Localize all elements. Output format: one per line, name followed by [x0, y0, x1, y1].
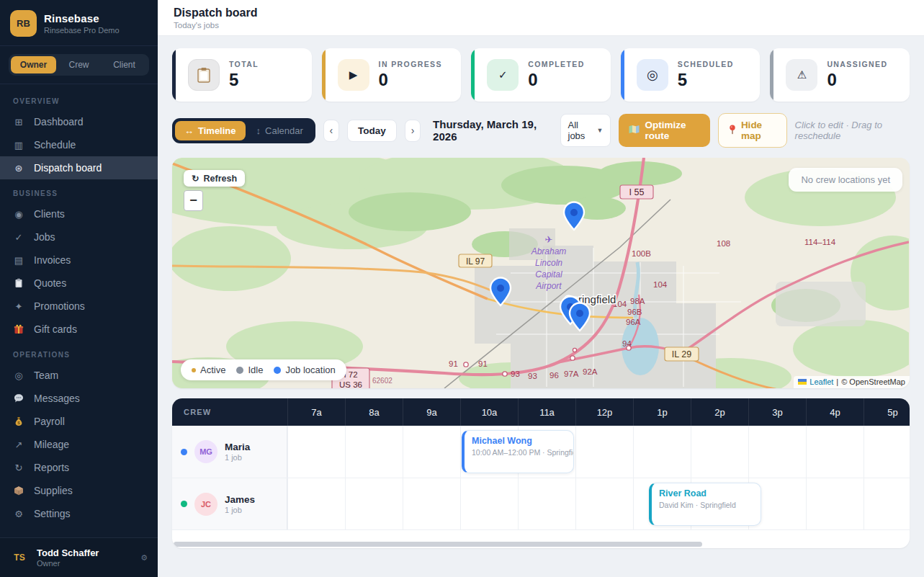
idle-dot-icon: [236, 367, 243, 374]
toolbar: ↔ Timeline ↕ Calendar ‹ Today › Thursday…: [172, 113, 910, 148]
invoice-icon: ▤: [13, 255, 24, 266]
stat-value: 0: [379, 70, 442, 90]
exit-96a: 96A: [626, 318, 641, 326]
nav-label: Dashboard: [34, 116, 84, 128]
hide-map-button[interactable]: Hide map: [718, 113, 787, 148]
hour-header: 1p: [633, 398, 691, 426]
sidebar-item-dashboard[interactable]: ⊞ Dashboard: [0, 110, 158, 133]
button-label: Hide map: [741, 120, 776, 141]
job-card-river-road[interactable]: River Road David Kim · Springfield: [649, 483, 761, 526]
hour-header: 5p: [864, 398, 910, 426]
stat-in-progress: ▶ IN PROGRESS 0: [322, 48, 462, 102]
map-refresh-button[interactable]: ↻ Refresh: [184, 170, 245, 187]
airport-icon: ✈: [545, 234, 553, 245]
stat-unassigned: ⚠ UNASSIGNED 0: [770, 48, 910, 102]
optimize-route-button[interactable]: Optimize route: [619, 114, 709, 147]
today-button[interactable]: Today: [347, 120, 397, 142]
crew-column-header: CREW: [172, 398, 287, 426]
sidebar-item-messages[interactable]: Messages: [0, 387, 158, 410]
nav-label: Invoices: [34, 254, 71, 266]
app-subtitle: Rinsebase Pro Demo: [44, 26, 120, 35]
sidebar-item-reports[interactable]: ↻ Reports: [0, 456, 158, 479]
user-name: Todd Schaffer: [37, 547, 99, 558]
sidebar-item-mileage[interactable]: ↗ Mileage: [0, 433, 158, 456]
status-dot: [181, 501, 187, 507]
leaflet-link[interactable]: Leaflet: [809, 377, 833, 386]
sidebar-item-gift-cards[interactable]: Gift cards: [0, 318, 158, 341]
hour-header: 10a: [460, 398, 518, 426]
sidebar-item-quotes[interactable]: Quotes: [0, 272, 158, 295]
user-footer[interactable]: TS Todd Schaffer Owner ⚙: [0, 537, 158, 577]
slot: [345, 478, 403, 529]
chat-bubble-icon: [13, 393, 24, 403]
gear-icon: ⚙: [13, 509, 24, 519]
sidebar-item-clients[interactable]: ◉ Clients: [0, 202, 158, 225]
next-day-button[interactable]: ›: [405, 120, 421, 142]
job-card-michael-wong[interactable]: Michael Wong 10:00 AM–12:00 PM · Springf…: [462, 430, 574, 473]
exit-96: 96: [550, 371, 559, 380]
gift-icon: [13, 324, 24, 334]
slot: [806, 426, 864, 478]
slot: [806, 478, 864, 529]
nav-label: Payroll: [34, 416, 65, 427]
crew-row-partial: [172, 529, 910, 541]
section-business: BUSINESS: [0, 179, 158, 202]
slot: [287, 530, 345, 541]
slot: [518, 478, 575, 529]
slot: [345, 530, 403, 541]
job-title: River Road: [659, 488, 753, 498]
main-panel: Dispatch board Today's jobs TOTAL 5: [158, 0, 924, 577]
nav-label: Mileage: [34, 439, 69, 450]
brand: RB Rinsebase Rinsebase Pro Demo: [0, 0, 158, 46]
user-settings-gear-icon[interactable]: ⚙: [140, 553, 148, 563]
role-crew[interactable]: Crew: [56, 56, 102, 73]
prev-day-button[interactable]: ‹: [323, 120, 339, 142]
map-zoom-out-button[interactable]: −: [184, 190, 203, 211]
legend-label: Active: [200, 364, 225, 375]
stat-label: COMPLETED: [528, 60, 585, 68]
zip-label: 62602: [372, 377, 393, 385]
legend-job-location: Job location: [274, 364, 335, 375]
exit-92a: 92A: [583, 367, 598, 376]
arrow-up-right-icon: ↗: [13, 439, 24, 450]
sidebar-item-dispatch-board[interactable]: ⊛ Dispatch board: [0, 156, 158, 179]
exit-100b: 100B: [632, 249, 651, 258]
sidebar-item-payroll[interactable]: $ Payroll: [0, 410, 158, 433]
tab-timeline[interactable]: ↔ Timeline: [175, 121, 246, 140]
exit-91a: 91: [449, 359, 458, 368]
sidebar-item-jobs[interactable]: ✓ Jobs: [0, 225, 158, 249]
sidebar-item-supplies[interactable]: Supplies: [0, 479, 158, 502]
map-attribution: Leaflet | © OpenStreetMap: [794, 376, 910, 388]
app-logo: RB: [10, 10, 37, 37]
job-filter-select[interactable]: All jobs ▼: [560, 114, 611, 147]
sidebar-item-schedule[interactable]: ▥ Schedule: [0, 133, 158, 156]
stat-accent-stripe: [172, 48, 176, 102]
exit-94: 94: [622, 339, 632, 348]
exit-93a: 93: [511, 370, 520, 378]
osm-link[interactable]: © OpenStreetMap: [841, 377, 905, 386]
refresh-icon: ↻: [13, 462, 24, 473]
role-client[interactable]: Client: [102, 56, 147, 73]
nav-label: Dispatch board: [34, 162, 102, 174]
sidebar-item-invoices[interactable]: ▤ Invoices: [0, 249, 158, 272]
crew-job-count: 1 job: [225, 506, 255, 514]
scrollbar-thumb[interactable]: [174, 542, 702, 547]
sidebar-item-team[interactable]: ◎ Team: [0, 364, 158, 387]
sidebar-item-settings[interactable]: ⚙ Settings: [0, 502, 158, 525]
tab-calendar[interactable]: ↕ Calendar: [247, 121, 313, 140]
exit-91b: 91: [478, 359, 488, 368]
pin-icon: [729, 125, 736, 137]
status-dot: [181, 449, 187, 455]
role-owner[interactable]: Owner: [11, 56, 56, 73]
grid-icon: ⊞: [13, 117, 24, 128]
timeline-header: CREW 7a 8a 9a 10a 11a 12p 1p 2p 3p 4p 5p: [172, 398, 910, 426]
slot: [518, 530, 575, 541]
slot: [633, 530, 691, 541]
map-tiles: I 55 IL 97 IL 29 I 72 US 36 100B 108 114: [172, 158, 909, 388]
page-subtitle: Today's jobs: [174, 21, 908, 30]
crew-name: Maria: [225, 442, 250, 452]
sidebar-item-promotions[interactable]: ✦ Promotions: [0, 295, 158, 318]
job-dot-icon: [274, 367, 281, 374]
dispatch-map[interactable]: I 55 IL 97 IL 29 I 72 US 36 100B 108 114: [172, 158, 910, 388]
nav-label: Gift cards: [34, 323, 77, 335]
